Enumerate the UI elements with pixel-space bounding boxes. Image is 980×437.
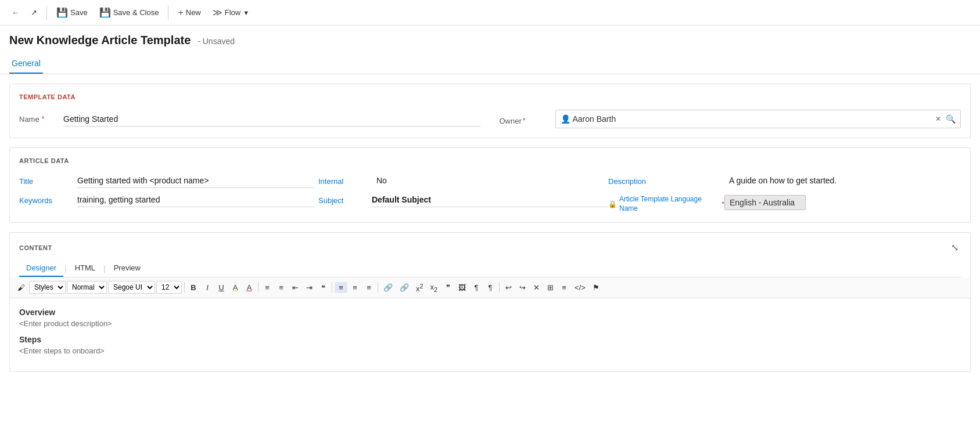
- rtl-button[interactable]: ¶: [470, 282, 483, 293]
- back-button[interactable]: ←: [7, 6, 24, 19]
- editor-sep-2: [258, 282, 259, 292]
- align-center-button[interactable]: ≡: [349, 282, 361, 293]
- clean-icon: ✕: [533, 283, 540, 292]
- owner-person-icon: 👤: [561, 114, 570, 124]
- page-title-bar: New Knowledge Article Template - Unsaved: [0, 26, 980, 49]
- keywords-label: Keywords: [19, 193, 77, 205]
- undo-button[interactable]: ↩: [502, 282, 515, 293]
- italic-button[interactable]: I: [201, 282, 214, 293]
- title-label: Title: [19, 174, 77, 186]
- new-button[interactable]: + New: [173, 5, 205, 20]
- save-close-icon: 💾: [99, 7, 111, 18]
- editor-content[interactable]: Overview <Enter product description> Ste…: [10, 298, 970, 371]
- bold-button[interactable]: B: [187, 282, 200, 293]
- link-button[interactable]: 🔗: [380, 282, 396, 293]
- font-color-button[interactable]: A: [243, 282, 256, 293]
- article-data-section: ARTICLE DATA Title Getting started with …: [9, 147, 971, 223]
- editor-sep-5: [499, 282, 500, 292]
- page-unsaved-label: - Unsaved: [198, 37, 235, 46]
- save-button[interactable]: 💾 Save: [52, 5, 92, 20]
- font-select[interactable]: Segoe UI: [108, 281, 155, 294]
- underline-button[interactable]: U: [215, 282, 228, 293]
- editor-placeholder-1: <Enter product description>: [19, 319, 961, 328]
- align-left-button[interactable]: ≡: [335, 282, 347, 293]
- subscript-button[interactable]: x2: [428, 281, 441, 294]
- blockquote-button[interactable]: ❝: [317, 282, 329, 293]
- tab-designer[interactable]: Designer: [19, 260, 63, 277]
- toolbar-divider-1: [46, 6, 47, 20]
- align-right-icon: ≡: [367, 283, 371, 292]
- tab-preview[interactable]: Preview: [107, 260, 148, 277]
- subject-label: Subject: [314, 193, 372, 205]
- table-button[interactable]: ⊞: [544, 282, 557, 293]
- article-data-grid: Title Getting started with <product name…: [19, 174, 961, 213]
- tab-divider-1: |: [63, 264, 68, 273]
- lang-value[interactable]: English - Australia: [724, 195, 806, 210]
- normal-select[interactable]: Normal: [67, 281, 107, 294]
- superscript-button[interactable]: x2: [413, 281, 426, 294]
- name-value[interactable]: Getting Started: [63, 112, 481, 127]
- align-right-button[interactable]: ≡: [362, 282, 375, 293]
- styles-select[interactable]: Styles: [29, 281, 66, 294]
- flow-chevron-icon: ▼: [243, 9, 249, 16]
- ltr-icon: ¶: [489, 283, 493, 292]
- indent-in-button[interactable]: ⇥: [303, 282, 315, 293]
- new-icon: +: [178, 8, 183, 18]
- editor-brush-icon: 🖌: [17, 283, 25, 292]
- tab-html[interactable]: HTML: [68, 260, 102, 277]
- description-value: A guide on how to get started.: [724, 174, 961, 187]
- ol-icon: ≡: [279, 283, 283, 292]
- indent-out-button[interactable]: ⇤: [289, 282, 301, 293]
- highlight-button[interactable]: A: [229, 282, 242, 293]
- owner-label: Owner *: [500, 113, 546, 125]
- title-value[interactable]: Getting started with <product name>: [77, 174, 314, 188]
- redo-icon: ↪: [519, 283, 526, 292]
- superscript-icon: x2: [416, 284, 423, 293]
- image-button[interactable]: 🖼: [455, 282, 469, 293]
- ul-button[interactable]: ≡: [261, 282, 274, 293]
- back-icon: ←: [12, 8, 19, 17]
- template-data-title: TEMPLATE DATA: [19, 93, 961, 100]
- expand-button[interactable]: ⤡: [949, 240, 961, 255]
- unlink-button[interactable]: 🔗: [397, 282, 412, 293]
- align-center-icon: ≡: [353, 283, 357, 292]
- page-title: New Knowledge Article Template: [9, 34, 191, 46]
- ol-button[interactable]: ≡: [275, 282, 288, 293]
- embed-icon: </>: [575, 283, 586, 292]
- owner-search-icon[interactable]: 🔍: [946, 114, 956, 124]
- owner-input[interactable]: 👤 Aaron Barth ✕ 🔍: [555, 110, 961, 128]
- content-title: CONTENT: [19, 244, 52, 251]
- unlink-icon: 🔗: [400, 283, 409, 292]
- lang-value-cell: English - Australia: [724, 193, 961, 210]
- content-tabs: Designer | HTML | Preview: [19, 260, 961, 277]
- clean-button[interactable]: ✕: [530, 282, 543, 293]
- editor-placeholder-2: <Enter steps to onboard>: [19, 346, 961, 355]
- save-label: Save: [70, 8, 88, 17]
- size-select[interactable]: 12: [156, 281, 182, 294]
- tab-general[interactable]: General: [9, 54, 43, 74]
- flow-icon: ≫: [213, 7, 222, 18]
- editor-heading-2: Steps: [19, 335, 961, 344]
- quote-button[interactable]: ❞: [441, 282, 454, 293]
- flag-button[interactable]: ⚑: [590, 282, 602, 293]
- subscript-icon: x2: [430, 283, 438, 291]
- editor-style-btn[interactable]: 🖌: [15, 282, 28, 293]
- main-toolbar: ← ↗ 💾 Save 💾 Save & Close + New ≫ Flow ▼: [0, 0, 980, 26]
- owner-clear-button[interactable]: ✕: [935, 115, 941, 123]
- article-data-title: ARTICLE DATA: [19, 157, 961, 164]
- rtl-icon: ¶: [475, 283, 479, 292]
- flow-button[interactable]: ≫ Flow ▼: [208, 5, 254, 20]
- keywords-value[interactable]: training, getting started: [77, 193, 314, 207]
- blockquote-icon: ❝: [321, 283, 325, 292]
- share-button[interactable]: ↗: [26, 6, 42, 19]
- list-icon: ≡: [562, 283, 566, 292]
- name-field-group: Name * Getting Started: [19, 112, 481, 127]
- list-button[interactable]: ≡: [558, 282, 570, 293]
- redo-button[interactable]: ↪: [516, 282, 529, 293]
- name-required: *: [42, 115, 45, 123]
- image-icon: 🖼: [458, 283, 466, 292]
- embed-button[interactable]: </>: [572, 282, 588, 293]
- ltr-button[interactable]: ¶: [484, 282, 497, 293]
- save-close-button[interactable]: 💾 Save & Close: [95, 5, 164, 20]
- subject-value[interactable]: Default Subject: [372, 193, 608, 207]
